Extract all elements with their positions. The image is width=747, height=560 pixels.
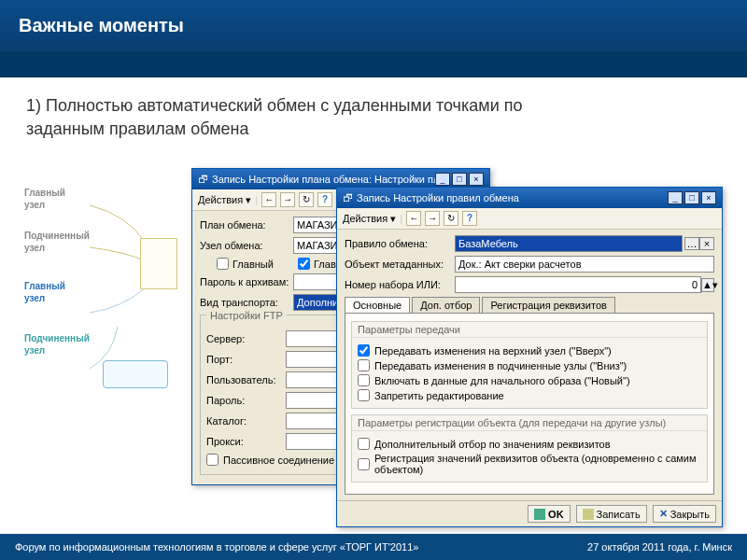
close-icon: ✕ xyxy=(659,508,668,520)
label: Объект метаданных: xyxy=(345,259,455,270)
label: Правило обмена: xyxy=(345,238,455,249)
tab-reg[interactable]: Регистрация реквизитов xyxy=(482,297,614,313)
diagram-box xyxy=(103,360,168,388)
group-transfer: Параметры передачи Передавать изменения … xyxy=(351,321,708,409)
nav-back-icon[interactable]: ← xyxy=(261,192,276,207)
bullet-1: 1) Полностью автоматический обмен с удал… xyxy=(26,94,549,141)
window-title: Запись Настройки правил обмена xyxy=(357,192,519,203)
nav-fwd-icon[interactable]: → xyxy=(425,211,440,226)
label: Главный xyxy=(233,259,298,270)
clear-button[interactable]: × xyxy=(699,237,714,250)
save-button[interactable]: Записать xyxy=(576,505,647,523)
label: План обмена: xyxy=(200,219,293,231)
maximize-button[interactable]: □ xyxy=(452,173,467,186)
group-title: Параметры передачи xyxy=(352,322,707,338)
footer-right: 27 октября 2011 года, г. Минск xyxy=(587,541,732,553)
label: Включать в данные для начального образа … xyxy=(374,375,630,386)
label: Сервер: xyxy=(206,333,286,344)
nav-back-icon[interactable]: ← xyxy=(406,211,421,226)
toolbar: Действия ▾ | ← → ↻ ? xyxy=(337,208,722,230)
tab-main[interactable]: Основные xyxy=(345,297,410,313)
cb-extra-filter[interactable] xyxy=(358,438,370,450)
label: Передавать изменения на верхний узел ("В… xyxy=(374,345,612,357)
cb-reg-values[interactable] xyxy=(358,458,370,470)
group-title: Параметры регистрации объекта (для перед… xyxy=(352,415,707,431)
label: Номер набора ИЛИ: xyxy=(345,279,455,290)
help-icon[interactable]: ? xyxy=(317,192,332,207)
cb-lock[interactable] xyxy=(358,389,370,401)
label: Запретить редактирование xyxy=(374,390,504,401)
window-icon: 🗗 xyxy=(198,174,208,185)
label: Узел обмена: xyxy=(200,240,293,251)
refresh-icon[interactable]: ↻ xyxy=(444,211,458,226)
save-icon xyxy=(583,509,594,520)
label: Пароль: xyxy=(206,395,286,406)
label: Пользователь: xyxy=(206,374,286,385)
label: Каталог: xyxy=(206,415,286,427)
tab-extra[interactable]: Доп. отбор xyxy=(412,297,480,313)
actions-menu[interactable]: Действия ▾ xyxy=(343,213,396,225)
maximize-button[interactable]: □ xyxy=(684,191,699,204)
label: Пароль к архивам: xyxy=(200,276,293,287)
cb-up[interactable] xyxy=(358,344,370,357)
cb-new[interactable] xyxy=(358,374,370,386)
label: Регистрация значений реквизитов объекта … xyxy=(374,453,701,475)
main-checkbox-2[interactable] xyxy=(298,258,310,270)
close-button[interactable]: ✕Закрыть xyxy=(653,505,716,523)
actions-menu[interactable]: Действия ▾ xyxy=(198,194,251,206)
refresh-icon[interactable]: ↻ xyxy=(299,192,314,207)
meta-input[interactable] xyxy=(455,256,714,273)
main-checkbox[interactable] xyxy=(217,258,229,270)
ok-button[interactable]: OK xyxy=(528,505,571,523)
spinner-icon[interactable]: ▲▾ xyxy=(701,278,714,292)
label: Пассивное соединение xyxy=(223,455,334,466)
accent-band xyxy=(0,51,747,77)
cb-down[interactable] xyxy=(358,359,370,371)
window-exchange-rules: 🗗Запись Настройки правил обмена _ □ × Де… xyxy=(336,187,723,527)
group-register: Параметры регистрации объекта (для перед… xyxy=(351,414,708,483)
titlebar[interactable]: 🗗Запись Настройки правил обмена _ □ × xyxy=(337,188,722,208)
window-icon: 🗗 xyxy=(343,192,353,203)
footer: Форум по информационным технологиям в то… xyxy=(0,534,747,560)
diagram-box xyxy=(140,238,177,289)
minimize-button[interactable]: _ xyxy=(668,191,683,204)
help-icon[interactable]: ? xyxy=(462,211,477,226)
label: Прокси: xyxy=(206,436,286,447)
button-bar: OK Записать ✕Закрыть xyxy=(337,500,722,526)
window-title: Запись Настройки плана обмена: Настройки… xyxy=(212,174,435,185)
close-button[interactable]: × xyxy=(469,173,484,186)
close-button[interactable]: × xyxy=(701,191,716,204)
nav-fwd-icon[interactable]: → xyxy=(280,192,295,207)
label: Дополнительный отбор по значениям реквиз… xyxy=(374,439,611,450)
ok-icon xyxy=(534,509,545,520)
lookup-button[interactable]: … xyxy=(684,237,699,250)
rule-input[interactable] xyxy=(455,235,683,252)
passive-checkbox[interactable] xyxy=(206,454,218,466)
slide-title: Важные моменты xyxy=(0,0,747,51)
tabs: Основные Доп. отбор Регистрация реквизит… xyxy=(345,297,714,314)
footer-left: Форум по информационным технологиям в то… xyxy=(15,541,418,553)
slide-body: 1) Полностью автоматический обмен с удал… xyxy=(0,77,747,158)
label: Передавать изменения в подчиненные узлы … xyxy=(374,360,627,371)
fieldset-legend: Настройки FTP xyxy=(206,310,287,321)
label: Вид транспорта: xyxy=(200,297,293,308)
minimize-button[interactable]: _ xyxy=(435,173,450,186)
label: Порт: xyxy=(206,354,286,365)
set-input[interactable] xyxy=(455,276,701,293)
